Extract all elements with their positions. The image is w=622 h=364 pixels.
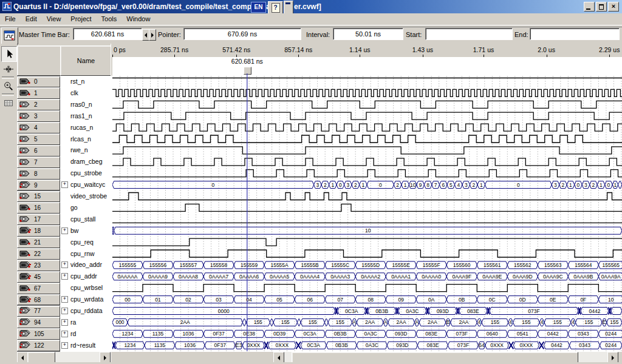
signal-number-rras1_n[interactable]: 3 <box>17 110 60 122</box>
signal-number-cpu_req[interactable]: 21 <box>17 237 60 248</box>
svg-text:10: 10 <box>365 228 371 234</box>
signal-number-rd~result[interactable]: 122 <box>17 340 60 351</box>
signal-number-go[interactable]: 16 <box>17 202 60 214</box>
waveform-canvas[interactable]: 0321032102110987654321032103210110155555… <box>112 44 622 362</box>
svg-text:0C3A: 0C3A <box>304 331 317 337</box>
signal-row-cpu_stall[interactable]: cpu_stall <box>60 214 112 225</box>
menu-tools[interactable]: Tools <box>97 14 122 24</box>
signal-number-rlcas_n[interactable]: 5 <box>17 133 60 145</box>
expand-toggle[interactable]: + <box>61 342 68 349</box>
signal-number-cpu_stall[interactable]: 17 <box>17 214 60 225</box>
signal-number-ra[interactable]: 94 <box>17 317 60 328</box>
signal-row-cpu_rddata[interactable]: +cpu_rddata <box>60 305 112 317</box>
number-column-header[interactable] <box>17 46 61 76</box>
signal-row-cpu_req[interactable]: cpu_req <box>60 237 112 248</box>
signal-row-rd[interactable]: +rd <box>60 328 112 340</box>
end-field[interactable] <box>530 28 620 40</box>
expand-toggle[interactable]: + <box>61 228 68 234</box>
svg-text:0F37: 0F37 <box>213 331 225 337</box>
help-button[interactable]: ? <box>268 1 283 14</box>
signal-number-cpu_wrbsel[interactable]: 67 <box>17 283 60 294</box>
name-pane-hscrollbar[interactable] <box>17 352 111 362</box>
expand-toggle[interactable]: + <box>61 308 68 314</box>
signal-number-video_strobe[interactable]: 15 <box>17 191 60 203</box>
start-field[interactable] <box>425 28 513 40</box>
svg-text:155559: 155559 <box>241 262 258 268</box>
signal-number-clk[interactable]: 1 <box>17 87 60 99</box>
signal-row-video_addr[interactable]: +video_addr <box>60 259 112 271</box>
signal-row-rd~result[interactable]: +rd~result <box>60 340 112 351</box>
signal-number-rras0_n[interactable]: 2 <box>17 99 60 110</box>
signal-number-rwe_n[interactable]: 6 <box>17 145 60 157</box>
selection-tool-button[interactable] <box>1 46 17 62</box>
zoom-tool-button[interactable] <box>1 79 16 93</box>
menu-file[interactable]: File <box>0 14 21 24</box>
signal-number-video_addr[interactable]: 23 <box>17 260 60 271</box>
svg-text:2: 2 <box>354 182 357 188</box>
signal-row-cpu_wrbsel[interactable]: cpu_wrbsel <box>60 282 112 294</box>
signal-number-cpu_wrdata[interactable]: 68 <box>17 294 60 306</box>
signal-row-rras1_n[interactable]: rras1_n <box>60 110 112 122</box>
svg-text:0541: 0541 <box>517 331 528 337</box>
signal-number-bw[interactable]: 18 <box>17 225 60 237</box>
signal-row-dram_cbeg[interactable]: dram_cbeg <box>60 156 112 167</box>
svg-text:10: 10 <box>608 297 614 303</box>
signal-number-cpu_waitcyc[interactable]: 9 <box>17 180 60 191</box>
signal-number-dram_cbeg[interactable]: 7 <box>17 157 60 168</box>
signal-index: 1 <box>34 90 38 96</box>
restore-button[interactable] <box>596 2 607 12</box>
title-bar[interactable]: Quartus II - D:/d/pentevo/fpga/_ver0.00/… <box>0 0 622 13</box>
master-time-bar-field[interactable]: 620.681 ns <box>73 28 142 40</box>
menu-project[interactable]: Project <box>66 14 96 24</box>
signal-row-rwe_n[interactable]: rwe_n <box>60 144 112 156</box>
menu-edit[interactable]: Edit <box>21 14 42 24</box>
signal-name-label: cpu_waitcyc <box>70 181 105 188</box>
signal-row-ra[interactable]: +ra <box>60 317 112 328</box>
signal-row-video_strobe[interactable]: video_strobe <box>60 190 112 202</box>
expand-toggle[interactable]: + <box>61 273 68 280</box>
signal-number-cpu_rddata[interactable]: 77 <box>17 306 60 317</box>
signal-row-clk[interactable]: clk <box>60 87 112 99</box>
split-tool-button[interactable] <box>1 62 16 76</box>
svg-text:000: 000 <box>115 319 124 325</box>
language-indicator[interactable]: EN <box>251 2 266 13</box>
signal-number-cpu_strobe[interactable]: 8 <box>17 168 60 180</box>
signal-row-cpu_strobe[interactable]: cpu_strobe <box>60 167 112 179</box>
signal-row-bw[interactable]: +bw <box>60 225 112 237</box>
signal-number-rucas_n[interactable]: 4 <box>17 122 60 133</box>
svg-text:155: 155 <box>610 319 618 325</box>
name-column-header[interactable]: Name <box>60 46 112 76</box>
grid-tool-button[interactable] <box>1 96 16 110</box>
signal-number-cpu_rnw[interactable]: 22 <box>17 248 60 260</box>
expand-toggle[interactable]: + <box>61 331 68 337</box>
expand-toggle[interactable]: + <box>61 261 68 268</box>
signal-row-cpu_waitcyc[interactable]: +cpu_waitcyc <box>60 179 112 190</box>
expand-toggle[interactable]: + <box>61 296 68 303</box>
signal-row-rlcas_n[interactable]: rlcas_n <box>60 133 112 145</box>
input-bus-icon <box>19 261 32 269</box>
signal-row-cpu_addr[interactable]: +cpu_addr <box>60 271 112 282</box>
wave-video_strobe <box>112 193 622 200</box>
signal-row-go[interactable]: go <box>60 202 112 214</box>
signal-row-cpu_rnw[interactable]: cpu_rnw <box>60 248 112 260</box>
wave-pane-hscrollbar[interactable] <box>273 352 618 362</box>
menu-window[interactable]: Window <box>121 14 155 24</box>
expand-toggle[interactable]: + <box>61 181 68 188</box>
spin-right-button[interactable] <box>149 29 156 41</box>
signal-number-cpu_addr[interactable]: 45 <box>17 271 60 283</box>
signal-number-rd[interactable]: 105 <box>17 328 60 340</box>
minimize-button[interactable] <box>584 2 595 12</box>
signal-row-rucas_n[interactable]: rucas_n <box>60 122 112 133</box>
signal-row-rst_n[interactable]: rst_n <box>60 76 112 87</box>
waveform-editor-button[interactable] <box>1 27 18 44</box>
svg-text:0244: 0244 <box>605 331 617 337</box>
svg-text:0AAAA2: 0AAAA2 <box>361 274 380 280</box>
svg-text:5: 5 <box>449 182 453 188</box>
signal-row-cpu_wrdata[interactable]: +cpu_wrdata <box>60 294 112 305</box>
language-bar-handle[interactable] <box>284 1 293 14</box>
expand-toggle[interactable]: + <box>61 319 68 326</box>
menu-view[interactable]: View <box>42 14 66 24</box>
signal-row-rras0_n[interactable]: rras0_n <box>60 99 112 110</box>
close-button[interactable]: × <box>608 2 619 12</box>
signal-number-rst_n[interactable]: 0 <box>17 76 60 88</box>
